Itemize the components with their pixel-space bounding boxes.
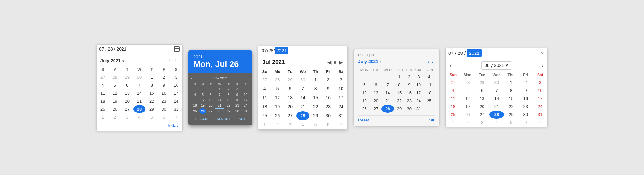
list-item[interactable]: 5 — [309, 120, 322, 129]
list-item[interactable]: 18 — [191, 103, 199, 109]
list-item[interactable]: 16 — [322, 93, 335, 102]
list-item[interactable]: 2 — [460, 119, 475, 127]
list-item[interactable]: 6 — [121, 81, 133, 89]
cal2-clear-button[interactable]: CLEAR — [195, 117, 208, 121]
list-item[interactable]: 22 — [504, 103, 518, 111]
list-item[interactable]: 8 — [394, 81, 405, 89]
list-item[interactable]: 24 — [334, 102, 347, 111]
list-item[interactable]: 4 — [191, 92, 199, 97]
list-item[interactable]: 27 — [258, 75, 271, 84]
list-item[interactable]: 31 — [334, 111, 347, 120]
list-item[interactable]: 28 — [109, 73, 121, 81]
cal3-selected-day[interactable]: 28 — [296, 111, 309, 120]
list-item[interactable]: 1 — [145, 73, 158, 81]
list-item[interactable]: 6 — [371, 81, 381, 89]
list-item[interactable]: 7 — [133, 81, 145, 89]
list-item[interactable]: 22 — [309, 102, 322, 111]
list-item[interactable]: 13 — [206, 97, 215, 103]
list-item[interactable]: 16 — [233, 97, 241, 103]
list-item[interactable]: 30 — [518, 111, 533, 119]
list-item[interactable]: 22 — [394, 97, 405, 105]
list-item[interactable]: 1 — [504, 79, 518, 87]
list-item[interactable]: 12 — [109, 89, 121, 97]
list-item[interactable]: 7 — [334, 120, 347, 129]
list-item[interactable]: 19 — [199, 103, 206, 109]
list-item[interactable]: 27 — [475, 111, 489, 119]
list-item[interactable]: 30 — [296, 75, 309, 84]
cal4-next-btn[interactable]: › — [431, 59, 435, 64]
list-item[interactable]: 29 — [121, 73, 133, 81]
list-item[interactable]: 28 — [271, 75, 284, 84]
list-item[interactable]: 11 — [424, 81, 435, 89]
list-item[interactable]: 10 — [334, 84, 347, 93]
list-item[interactable]: 7 — [381, 81, 394, 89]
list-item[interactable]: 16 — [518, 95, 533, 103]
list-item[interactable]: 11 — [97, 89, 109, 97]
list-item[interactable]: 23 — [322, 102, 335, 111]
cal4-ok-button[interactable]: OK — [429, 118, 435, 122]
list-item[interactable] — [199, 87, 206, 92]
list-item[interactable] — [424, 105, 435, 113]
list-item[interactable]: 20 — [475, 103, 489, 111]
list-item[interactable]: 13 — [475, 95, 489, 103]
list-item[interactable]: 20 — [206, 103, 215, 109]
list-item[interactable]: 21 — [215, 103, 224, 109]
list-item[interactable]: 20 — [371, 97, 381, 105]
list-item[interactable]: 20 — [121, 97, 133, 105]
list-item[interactable]: 18 — [446, 103, 460, 111]
list-item[interactable] — [371, 73, 381, 81]
list-item[interactable]: 15 — [224, 97, 233, 103]
list-item[interactable]: 6 — [518, 119, 533, 127]
list-item[interactable]: 12 — [358, 89, 371, 97]
cal2-prev-btn[interactable]: ‹ — [191, 76, 192, 81]
list-item[interactable]: 6 — [158, 113, 170, 121]
list-item[interactable]: 10 — [170, 81, 182, 89]
list-item[interactable]: 7 — [489, 87, 504, 95]
list-item[interactable]: 2 — [322, 75, 335, 84]
list-item[interactable]: 11 — [446, 95, 460, 103]
list-item[interactable]: 17 — [334, 93, 347, 102]
list-item[interactable]: 9 — [405, 81, 413, 89]
list-item[interactable]: 5 — [271, 84, 284, 93]
list-item[interactable]: 23 — [233, 103, 241, 109]
list-item[interactable]: 6 — [475, 87, 489, 95]
list-item[interactable]: 26 — [358, 105, 371, 113]
list-item[interactable]: 8 — [504, 87, 518, 95]
list-item[interactable]: 31 — [413, 105, 423, 113]
list-item[interactable]: 24 — [413, 97, 423, 105]
list-item[interactable]: 21 — [381, 97, 394, 105]
list-item[interactable]: 15 — [309, 93, 322, 102]
list-item[interactable]: 12 — [460, 95, 475, 103]
list-item[interactable]: 29 — [145, 105, 158, 113]
list-item[interactable]: 19 — [271, 102, 284, 111]
list-item[interactable]: 7 — [215, 92, 224, 97]
cal5-selected-day[interactable]: 28 — [489, 111, 504, 119]
list-item[interactable]: 14 — [296, 93, 309, 102]
list-item[interactable]: 18 — [424, 89, 435, 97]
list-item[interactable]: 8 — [224, 92, 233, 97]
list-item[interactable] — [381, 73, 394, 81]
list-item[interactable]: 17 — [241, 97, 250, 103]
cal1-today-button[interactable]: Today — [167, 123, 178, 128]
cal2-alt-selected-day[interactable]: 28 — [215, 108, 224, 114]
list-item[interactable]: 4 — [446, 87, 460, 95]
list-item[interactable]: 16 — [405, 89, 413, 97]
list-item[interactable]: 29 — [284, 75, 296, 84]
list-item[interactable]: 9 — [518, 87, 533, 95]
list-item[interactable]: 26 — [271, 111, 284, 120]
list-item[interactable]: 3 — [233, 87, 241, 92]
list-item[interactable]: 2 — [518, 79, 533, 87]
list-item[interactable]: 25 — [258, 111, 271, 120]
cal4-selected-day[interactable]: 28 — [381, 105, 394, 113]
list-item[interactable]: 18 — [97, 97, 109, 105]
list-item[interactable]: 25 — [191, 108, 199, 114]
cal1-month-label[interactable]: July 2021 ▾ — [100, 58, 167, 63]
list-item[interactable]: 3 — [121, 113, 133, 121]
list-item[interactable]: 3 — [533, 79, 547, 87]
list-item[interactable]: 2 — [405, 73, 413, 81]
list-item[interactable]: 7 — [296, 84, 309, 93]
list-item[interactable]: 8 — [309, 84, 322, 93]
list-item[interactable]: 1 — [394, 73, 405, 81]
list-item[interactable]: 21 — [133, 97, 145, 105]
list-item[interactable]: 14 — [133, 89, 145, 97]
